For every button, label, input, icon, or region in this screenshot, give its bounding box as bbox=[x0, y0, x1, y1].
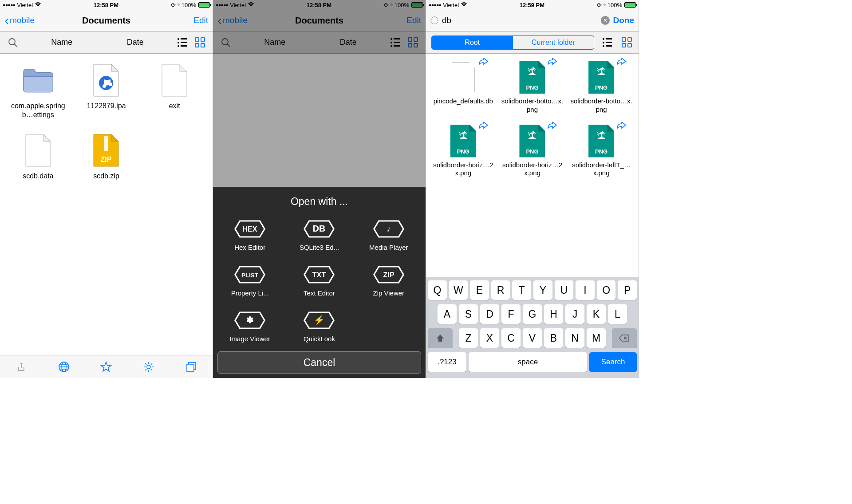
keyboard-key[interactable]: T bbox=[512, 280, 531, 300]
db-icon bbox=[452, 62, 475, 92]
scope-segment: Root Current folder bbox=[431, 35, 594, 50]
result-name: solidborder-botto…x.png bbox=[501, 97, 563, 114]
star-tab[interactable] bbox=[99, 360, 113, 374]
file-item-zip[interactable]: ZIP scdb.zip bbox=[75, 133, 138, 181]
search-key[interactable]: Search bbox=[589, 352, 637, 372]
delete-key[interactable] bbox=[612, 328, 637, 348]
keyboard-key[interactable]: N bbox=[565, 328, 584, 348]
result-name: pincode_defaults.db bbox=[434, 97, 493, 106]
edit-button[interactable]: Edit bbox=[193, 16, 208, 25]
space-key[interactable]: space bbox=[469, 352, 587, 372]
segment-bar: Root Current folder bbox=[426, 32, 639, 54]
keyboard-key[interactable]: L bbox=[608, 304, 627, 324]
clear-search-button[interactable]: ✕ bbox=[601, 16, 610, 25]
keyboard-key[interactable]: G bbox=[523, 304, 542, 324]
sort-name-button[interactable]: Name bbox=[51, 38, 72, 47]
keyboard-key[interactable]: Z bbox=[459, 328, 478, 348]
file-item-ipa[interactable]: 1122879.ipa bbox=[75, 63, 138, 119]
keyboard-key[interactable]: P bbox=[618, 280, 637, 300]
done-button[interactable]: Done bbox=[613, 16, 635, 25]
file-item-folder[interactable]: com.apple.springb…ettings bbox=[6, 63, 70, 119]
app-label: QuickLook bbox=[304, 335, 335, 343]
keyboard-row-1: QWERTYUIOP bbox=[428, 280, 637, 300]
keyboard-key[interactable]: U bbox=[555, 280, 574, 300]
keyboard-key[interactable]: E bbox=[470, 280, 489, 300]
wifi-icon bbox=[35, 2, 41, 8]
open-with-app[interactable]: PLIST Property Li... bbox=[217, 264, 282, 297]
open-with-app[interactable]: TXT Text Editor bbox=[287, 264, 351, 297]
keyboard-key[interactable]: Q bbox=[428, 280, 447, 300]
svg-text:DB: DB bbox=[313, 224, 326, 233]
keyboard-key[interactable]: M bbox=[587, 328, 606, 348]
sort-date-button[interactable]: Date bbox=[127, 38, 144, 47]
keyboard-key[interactable]: C bbox=[501, 328, 521, 348]
keyboard-key[interactable]: F bbox=[501, 304, 521, 324]
grid-view-button[interactable] bbox=[620, 36, 633, 49]
search-icon[interactable] bbox=[6, 36, 20, 49]
open-with-app[interactable]: ♪ Media Player bbox=[356, 219, 421, 251]
grid-view-button[interactable] bbox=[193, 36, 206, 49]
keyboard-key[interactable]: J bbox=[565, 304, 584, 324]
windows-tab[interactable] bbox=[184, 360, 198, 374]
status-time: 12:59 PM bbox=[467, 2, 597, 8]
share-tab[interactable] bbox=[14, 360, 28, 374]
result-item[interactable]: pincode_defaults.db bbox=[430, 61, 496, 114]
keyboard-key[interactable]: K bbox=[587, 304, 606, 324]
svg-text:ZIP: ZIP bbox=[383, 271, 394, 279]
segment-current-folder[interactable]: Current folder bbox=[513, 36, 594, 49]
tab-bar bbox=[0, 355, 213, 378]
bluetooth-icon: ⌖ bbox=[603, 1, 606, 8]
file-item-blank[interactable]: scdb.data bbox=[6, 133, 70, 181]
png-icon: 🏝PNG bbox=[588, 61, 614, 94]
keyboard-key[interactable]: I bbox=[576, 280, 595, 300]
list-view-button[interactable] bbox=[600, 36, 614, 49]
result-item[interactable]: 🏝PNG solidborder-horiz…2x.png bbox=[430, 125, 496, 178]
segment-root[interactable]: Root bbox=[432, 36, 513, 49]
back-button[interactable]: ‹ mobile bbox=[4, 14, 35, 27]
keyboard-key[interactable]: S bbox=[459, 304, 478, 324]
open-with-app[interactable]: ⚡ QuickLook bbox=[287, 310, 351, 343]
rotation-lock-icon: ⟳ bbox=[597, 2, 602, 8]
keyboard-key[interactable]: H bbox=[544, 304, 563, 324]
app-badge-icon: TXT bbox=[304, 264, 335, 285]
result-item[interactable]: 🏝PNG solidborder-botto…x.png bbox=[500, 61, 565, 114]
file-item-blank[interactable]: exit bbox=[142, 63, 206, 119]
keyboard-key[interactable]: Y bbox=[533, 280, 552, 300]
result-item[interactable]: 🏝PNG solidborder-botto…x.png bbox=[568, 61, 634, 114]
number-key[interactable]: .?123 bbox=[428, 352, 466, 372]
keyboard-key[interactable]: X bbox=[480, 328, 499, 348]
open-with-app[interactable]: HEX Hex Editor bbox=[217, 219, 282, 251]
open-with-app[interactable]: DB SQLite3 Ed... bbox=[287, 219, 351, 251]
svg-text:⚡: ⚡ bbox=[314, 315, 325, 325]
png-icon: 🏝PNG bbox=[519, 61, 545, 94]
keyboard-key[interactable]: O bbox=[597, 280, 616, 300]
svg-text:ZIP: ZIP bbox=[101, 156, 112, 163]
keyboard-key[interactable]: A bbox=[438, 304, 457, 324]
search-input[interactable] bbox=[442, 16, 597, 25]
shift-key[interactable] bbox=[428, 328, 453, 348]
open-with-app[interactable]: ✽ Image Viewer bbox=[217, 310, 282, 343]
keyboard-key[interactable]: W bbox=[449, 280, 468, 300]
list-view-button[interactable] bbox=[175, 36, 189, 49]
svg-text:PLIST: PLIST bbox=[241, 272, 259, 279]
battery-percent: 100% bbox=[607, 2, 622, 8]
cancel-button[interactable]: Cancel bbox=[217, 351, 421, 374]
svg-point-3 bbox=[103, 84, 106, 88]
app-label: Text Editor bbox=[304, 289, 335, 297]
settings-tab[interactable] bbox=[142, 360, 156, 374]
screen-3-search: ●●●●● Viettel 12:59 PM ⟳ ⌖ 100% ✕ Done R… bbox=[426, 0, 639, 378]
keyboard-key[interactable]: V bbox=[523, 328, 542, 348]
keyboard-key[interactable]: R bbox=[491, 280, 510, 300]
file-name-label: exit bbox=[169, 102, 180, 110]
share-arrow-icon bbox=[616, 58, 626, 67]
keyboard: QWERTYUIOP ASDFGHJKL ZXCVBNM .?123 space… bbox=[426, 277, 639, 378]
svg-text:✽: ✽ bbox=[246, 315, 254, 325]
app-label: Hex Editor bbox=[234, 244, 265, 251]
keyboard-key[interactable]: B bbox=[544, 328, 563, 348]
open-with-app[interactable]: ZIP Zip Viewer bbox=[356, 264, 421, 297]
result-item[interactable]: 🏝PNG solidborder-leftT_…x.png bbox=[568, 125, 634, 178]
battery-icon bbox=[624, 2, 636, 8]
result-item[interactable]: 🏝PNG solidborder-horiz…2x.png bbox=[500, 125, 565, 178]
keyboard-key[interactable]: D bbox=[480, 304, 499, 324]
globe-tab[interactable] bbox=[57, 360, 71, 374]
